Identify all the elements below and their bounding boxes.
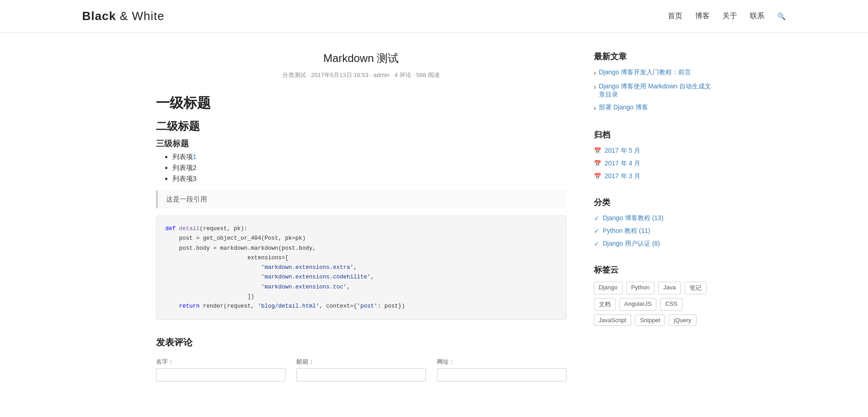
category-django-tutorial-link[interactable]: Django 博客教程 (13) — [603, 214, 664, 222]
category-django-auth: ✓ Django 用户认证 (8) — [594, 240, 712, 248]
tag-notes[interactable]: 笔记 — [685, 282, 707, 294]
archive-may: 📅 2017 年 5 月 — [594, 147, 712, 155]
name-field-group: 名字： — [156, 358, 286, 381]
comment-form-row: 名字： 邮箱： 网址： — [156, 358, 567, 381]
post-h3: 三级标题 — [156, 138, 567, 149]
archive-may-link[interactable]: 2017 年 5 月 — [605, 147, 641, 155]
archive-icon-1: 📅 — [594, 147, 601, 154]
tag-snippet[interactable]: Snippet — [635, 314, 665, 326]
tag-css[interactable]: CSS — [660, 298, 682, 311]
tag-cloud: Django Python Java 笔记 文档 AngularJS CSS J… — [594, 282, 712, 326]
list-item-1: 列表项1 — [172, 153, 567, 161]
search-icon[interactable]: 🔍 — [777, 12, 786, 21]
category-python-link[interactable]: Python 教程 (11) — [603, 227, 650, 235]
nav-about[interactable]: 关于 — [722, 11, 737, 21]
tag-jquery[interactable]: jQuery — [669, 314, 696, 326]
site-logo[interactable]: Black & White — [82, 9, 165, 23]
code-block: def detail(request, pk): post = get_obje… — [156, 216, 567, 320]
tags-title: 标签云 — [594, 264, 712, 275]
email-label: 邮箱： — [296, 358, 426, 366]
email-field-group: 邮箱： — [296, 358, 426, 381]
tag-django[interactable]: Django — [594, 282, 623, 294]
tag-cloud-section: 标签云 Django Python Java 笔记 文档 AngularJS C… — [594, 264, 712, 326]
post-title: Markdown 测试 — [156, 51, 567, 66]
email-input[interactable] — [296, 368, 426, 381]
category-list: ✓ Django 博客教程 (13) ✓ Python 教程 (11) ✓ Dj… — [594, 214, 712, 248]
archive-mar-link[interactable]: 2017 年 3 月 — [605, 172, 641, 180]
post-list: 列表项1 列表项2 列表项3 — [156, 153, 567, 183]
recent-articles-section: 最新文章 Django 博客开发入门教程：前言 Django 博客使用 Mark… — [594, 51, 712, 113]
category-check-2: ✓ — [594, 227, 599, 235]
recent-article-1-link[interactable]: Django 博客开发入门教程：前言 — [599, 68, 691, 77]
tag-docs[interactable]: 文档 — [594, 298, 616, 311]
archive-icon-2: 📅 — [594, 160, 601, 167]
categories-title: 分类 — [594, 197, 712, 208]
tag-javascript[interactable]: JavaScript — [594, 314, 632, 326]
archives-section: 归档 📅 2017 年 5 月 📅 2017 年 4 月 📅 2017 年 3 … — [594, 129, 712, 180]
recent-articles-list: Django 博客开发入门教程：前言 Django 博客使用 Markdown … — [594, 68, 712, 113]
category-django-auth-link[interactable]: Django 用户认证 (8) — [603, 240, 660, 248]
tag-java[interactable]: Java — [658, 282, 681, 294]
comments-title: 发表评论 — [156, 336, 567, 349]
post-body: 一级标题 二级标题 三级标题 列表项1 列表项2 列表项3 这是一段引用 def… — [156, 94, 567, 320]
list-item-2: 列表项2 — [172, 164, 567, 172]
recent-articles-title: 最新文章 — [594, 51, 712, 62]
nav-home[interactable]: 首页 — [668, 11, 682, 21]
post-h2: 二级标题 — [156, 119, 567, 134]
archive-list: 📅 2017 年 5 月 📅 2017 年 4 月 📅 2017 年 3 月 — [594, 147, 712, 180]
archive-apr-link[interactable]: 2017 年 4 月 — [605, 160, 641, 168]
recent-article-1: Django 博客开发入门教程：前言 — [594, 68, 712, 78]
category-check-3: ✓ — [594, 240, 599, 247]
recent-article-2-link[interactable]: Django 博客使用 Markdown 自动生成文章目录 — [599, 82, 712, 99]
recent-article-2: Django 博客使用 Markdown 自动生成文章目录 — [594, 82, 712, 99]
site-title-bold: Black — [82, 9, 116, 23]
archives-title: 归档 — [594, 129, 712, 140]
tag-angularjs[interactable]: AngularJS — [619, 298, 657, 311]
page-container: Markdown 测试 分类测试 · 2017年5月13日 16:53 · ad… — [138, 51, 731, 386]
list-item-1-link[interactable]: 1 — [193, 153, 197, 160]
blockquote: 这是一段引用 — [156, 190, 567, 208]
main-content: Markdown 测试 分类测试 · 2017年5月13日 16:53 · ad… — [156, 51, 567, 386]
sidebar: 最新文章 Django 博客开发入门教程：前言 Django 博客使用 Mark… — [594, 51, 712, 386]
archive-apr: 📅 2017 年 4 月 — [594, 160, 712, 168]
recent-article-3-link[interactable]: 部署 Django 博客 — [599, 103, 648, 112]
categories-section: 分类 ✓ Django 博客教程 (13) ✓ Python 教程 (11) ✓… — [594, 197, 712, 248]
category-check-1: ✓ — [594, 215, 599, 222]
site-title-rest: & White — [116, 9, 164, 23]
nav-blog[interactable]: 博客 — [695, 11, 710, 21]
site-header: Black & White 首页 博客 关于 联系 🔍 — [0, 0, 868, 33]
category-django-tutorial: ✓ Django 博客教程 (13) — [594, 214, 712, 222]
list-item-3: 列表项3 — [172, 175, 567, 183]
archive-icon-3: 📅 — [594, 173, 601, 180]
main-nav: 首页 博客 关于 联系 🔍 — [668, 11, 786, 21]
comments-section: 发表评论 名字： 邮箱： 网址： — [156, 336, 567, 381]
archive-mar: 📅 2017 年 3 月 — [594, 172, 712, 180]
name-label: 名字： — [156, 358, 286, 366]
name-input[interactable] — [156, 368, 286, 381]
nav-contact[interactable]: 联系 — [750, 11, 764, 21]
post-h1: 一级标题 — [156, 94, 567, 113]
category-python: ✓ Python 教程 (11) — [594, 227, 712, 235]
url-field-group: 网址： — [437, 358, 567, 381]
recent-article-3: 部署 Django 博客 — [594, 103, 712, 113]
post-meta: 分类测试 · 2017年5月13日 16:53 · admin · 4 评论 ·… — [156, 71, 567, 79]
tag-python[interactable]: Python — [626, 282, 655, 294]
url-label: 网址： — [437, 358, 567, 366]
url-input[interactable] — [437, 368, 567, 381]
